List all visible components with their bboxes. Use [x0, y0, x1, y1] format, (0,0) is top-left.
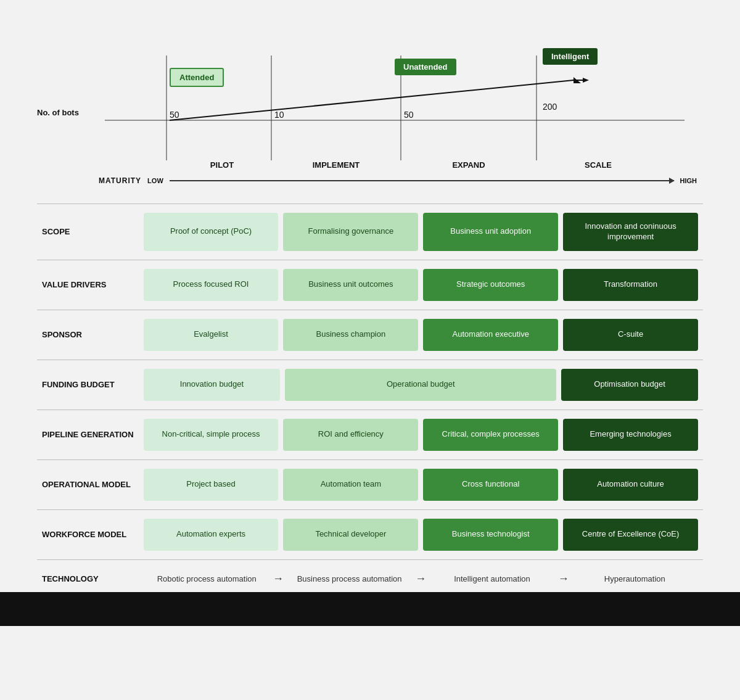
cells-container-4: Non-critical, simple processROI and effi… — [144, 419, 698, 451]
bot-num-50a: 50 — [170, 110, 179, 120]
cell-3-2: Optimisation budget — [561, 369, 698, 401]
row-pipeline-generation: PIPELINE GENERATIONNon-critical, simple … — [37, 410, 703, 459]
cell-5-1: Automation team — [283, 469, 418, 501]
svg-marker-8 — [583, 78, 589, 83]
phase-pilot-label: PILOT — [210, 160, 234, 170]
tech-item-3: Hyperautomation — [572, 571, 698, 587]
cell-1-0: Process focused ROI — [144, 269, 279, 301]
chart-area: No. of bots Attended Unattended Intellig… — [37, 19, 703, 191]
cell-3-0: Innovation budget — [144, 369, 281, 401]
cell-2-1: Business champion — [283, 319, 418, 351]
cell-4-3: Emerging technologies — [563, 419, 698, 451]
row-label-3: FUNDING BUDGET — [37, 360, 139, 410]
intelligent-badge: Intelligent — [543, 48, 598, 65]
main-table: SCOPEProof of concept (PoC)Formalising g… — [37, 204, 703, 592]
bot-num-10: 10 — [274, 110, 284, 120]
row-label-4: PIPELINE GENERATION — [37, 410, 139, 459]
cell-0-3: Innovation and coninuous improvement — [563, 213, 698, 251]
tech-arrow-1: → — [413, 572, 429, 585]
tech-item-0: Robotic process automation — [144, 571, 270, 587]
phase-implement-label: IMPLEMENT — [313, 160, 360, 170]
cell-2-2: Automation executive — [423, 319, 558, 351]
cell-0-0: Proof of concept (PoC) — [144, 213, 279, 251]
cell-1-2: Strategic outcomes — [423, 269, 558, 301]
row-sponsor: SPONSOREvalgelistBusiness championAutoma… — [37, 310, 703, 360]
row-operational-model: OPERATIONAL MODELProject basedAutomation… — [37, 459, 703, 509]
maturity-label: MATURITY — [99, 176, 141, 185]
row-label-6: WORKFORCE MODEL — [37, 509, 139, 559]
cell-2-3: C-suite — [563, 319, 698, 351]
cells-container-3: Innovation budgetOperational budgetOptim… — [144, 369, 698, 401]
maturity-high: HIGH — [680, 177, 697, 184]
row-label-1: VALUE DRIVERS — [37, 260, 139, 310]
technology-cells: Robotic process automation→Business proc… — [144, 571, 698, 587]
unattended-badge: Unattended — [395, 59, 456, 75]
row-value-drivers: VALUE DRIVERSProcess focused ROIBusiness… — [37, 260, 703, 310]
cell-2-0: Evalgelist — [144, 319, 279, 351]
cells-container-5: Project basedAutomation teamCross functi… — [144, 469, 698, 501]
tech-item-2: Intelligent automation — [429, 571, 555, 587]
cell-5-2: Cross functional — [423, 469, 558, 501]
row-workforce-model: WORKFORCE MODELAutomation expertsTechnic… — [37, 509, 703, 559]
footer-bar — [0, 592, 740, 626]
cell-5-0: Project based — [144, 469, 279, 501]
tech-item-1: Business process automation — [286, 571, 413, 587]
cell-4-1: ROI and efficiency — [283, 419, 418, 451]
maturity-row: MATURITY LOW HIGH — [99, 176, 697, 185]
no-of-bots-label: No. of bots — [37, 108, 79, 117]
cell-1-1: Business unit outcomes — [283, 269, 418, 301]
bot-num-50b: 50 — [404, 110, 414, 120]
phase-expand-label: EXPAND — [452, 160, 485, 170]
cell-3-1: Operational budget — [285, 369, 556, 401]
main-container: No. of bots Attended Unattended Intellig… — [0, 0, 740, 592]
maturity-arrow — [170, 180, 674, 181]
svg-line-5 — [170, 80, 574, 120]
row-scope: SCOPEProof of concept (PoC)Formalising g… — [37, 204, 703, 260]
phase-scale-label: SCALE — [585, 160, 612, 170]
cell-0-2: Business unit adoption — [423, 213, 558, 251]
row-funding-budget: FUNDING BUDGETInnovation budgetOperation… — [37, 360, 703, 410]
cell-6-2: Business technologist — [423, 519, 558, 551]
cells-container-1: Process focused ROIBusiness unit outcome… — [144, 269, 698, 301]
bot-num-200: 200 — [543, 102, 557, 112]
svg-marker-6 — [574, 77, 581, 83]
cell-4-0: Non-critical, simple process — [144, 419, 279, 451]
cells-container-6: Automation expertsTechnical developerBus… — [144, 519, 698, 551]
row-label-2: SPONSOR — [37, 310, 139, 360]
cell-6-3: Centre of Excellence (CoE) — [563, 519, 698, 551]
cells-container-0: Proof of concept (PoC)Formalising govern… — [144, 213, 698, 251]
tech-arrow-0: → — [270, 572, 286, 585]
row-label-0: SCOPE — [37, 204, 139, 260]
technology-row: TECHNOLOGY Robotic process automation→Bu… — [37, 559, 703, 592]
chart-section: No. of bots Attended Unattended Intellig… — [37, 19, 703, 191]
cell-6-0: Automation experts — [144, 519, 279, 551]
maturity-low: LOW — [147, 177, 163, 184]
cell-6-1: Technical developer — [283, 519, 418, 551]
cell-0-1: Formalising governance — [283, 213, 418, 251]
tech-arrow-2: → — [556, 572, 572, 585]
technology-label: TECHNOLOGY — [37, 559, 139, 592]
cell-5-3: Automation culture — [563, 469, 698, 501]
cell-4-2: Critical, complex processes — [423, 419, 558, 451]
cells-container-2: EvalgelistBusiness championAutomation ex… — [144, 319, 698, 351]
cell-1-3: Transformation — [563, 269, 698, 301]
attended-badge: Attended — [170, 68, 224, 87]
row-label-5: OPERATIONAL MODEL — [37, 459, 139, 509]
